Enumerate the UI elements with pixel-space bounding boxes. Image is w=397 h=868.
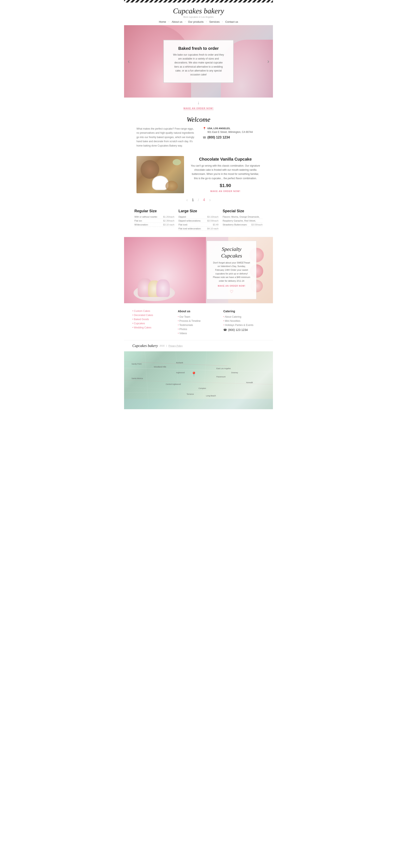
footer-wedding-cakes[interactable]: Wedding Cakes xyxy=(132,326,174,329)
product-order-link[interactable]: MAKE AN ORDER NOW! xyxy=(190,190,261,192)
specialty-section: SpecialtyCupcakes Don't forget about you… xyxy=(124,237,273,303)
nav-services[interactable]: Services xyxy=(208,20,221,23)
size-item: Dipped: $3.10/each xyxy=(178,215,218,219)
nav-products[interactable]: Our products xyxy=(186,20,205,23)
welcome-phone: (800) 123 1234 xyxy=(207,135,230,139)
footer-phone-number: (800) 123 1234 xyxy=(228,328,248,332)
footer-catering-title: Catering xyxy=(223,310,265,313)
main-nav: Home • About us • Our products • Service… xyxy=(124,20,273,23)
product-price: $1.90 xyxy=(190,183,261,188)
phone-icon: ☎ xyxy=(203,136,206,139)
map-label-santa-monica: Santa Monica xyxy=(131,377,143,379)
hero-description: We bake our cupcakes fresh to order and … xyxy=(172,53,225,77)
nav-about[interactable]: About us xyxy=(170,20,184,23)
address-street: 901 East E Street, Wilmington, CA 90744 xyxy=(207,130,253,134)
pagination-prev[interactable]: ‹ xyxy=(186,197,188,203)
footer-phone-icon: ☎ xyxy=(223,328,227,332)
size-item: Flavors: Mocha, Orange Dreamsicle, xyxy=(223,215,263,219)
footer-top: Custom Cakes Decorated Cakes Baked Goods… xyxy=(124,303,273,340)
map-label-central: Central Inglewood xyxy=(166,383,181,385)
map-label-paramount: Paramount xyxy=(216,376,225,378)
welcome-contact: 📍 USA, LOS ANGELES, 901 East E Street, W… xyxy=(203,127,261,148)
regular-size-title: Regular Size xyxy=(134,209,174,213)
pagination-total: 4 xyxy=(203,198,205,202)
footer-about-title: About us xyxy=(178,310,219,313)
welcome-title: Welcome xyxy=(136,116,261,123)
size-item: With or without rosette: $1.20/each xyxy=(134,215,174,219)
size-item: W/decoration: $3.10 each xyxy=(134,223,174,227)
footer-col-catering: Catering About Catering Mini Novelties H… xyxy=(223,310,265,336)
map-label-burbank: Burbank xyxy=(176,362,183,364)
footer-year: 2016 xyxy=(159,344,164,347)
map-label-norwalk: Norwalk xyxy=(246,381,253,383)
product-slide-section: Chocolate Vanilla Cupcake You can't go w… xyxy=(124,152,273,195)
hero-prev-arrow[interactable]: ‹ xyxy=(126,56,131,66)
footer-mini-novelties[interactable]: Mini Novelties xyxy=(223,319,265,322)
size-item: Flat iced: $3.49 xyxy=(178,223,218,227)
footer-separator: | xyxy=(166,344,167,347)
special-size-title: Special Size xyxy=(223,209,263,213)
special-size-col: Special Size Flavors: Mocha, Orange Drea… xyxy=(221,209,265,230)
map-pin: 📍 xyxy=(191,372,196,377)
specialty-order-link[interactable]: MAKE AN ORDER NOW! xyxy=(213,285,250,287)
regular-size-col: Regular Size With or without rosette: $1… xyxy=(132,209,176,230)
nav-dot-3: • xyxy=(206,21,207,23)
pagination-next[interactable]: › xyxy=(209,197,211,203)
hero-bottom-arrow: ↓ xyxy=(124,97,273,106)
footer-bottom: Cupcakes bakery 2016 | Privacy Policy xyxy=(124,340,273,351)
footer-holidays-events[interactable]: Holidays Parties & Events xyxy=(223,323,265,327)
size-item: Dipped w/decorations: $3.59/each xyxy=(178,219,218,223)
svg-rect-11 xyxy=(124,351,141,368)
map-label-north: Sandy Point xyxy=(131,363,142,365)
map-label-compton: Compton xyxy=(198,387,206,390)
svg-rect-10 xyxy=(124,399,273,409)
nav-home[interactable]: Home xyxy=(157,20,168,23)
size-item: Flat ice: $2.39/each xyxy=(134,219,174,223)
product-title: Chocolate Vanilla Cupcake xyxy=(190,157,261,162)
footer-our-team[interactable]: Our Team xyxy=(178,315,219,318)
nav-contact[interactable]: Contact us xyxy=(223,20,240,23)
footer-cupcakes[interactable]: Cupcakes xyxy=(132,322,174,325)
footer-custom-cakes[interactable]: Custom Cakes xyxy=(132,310,174,312)
footer-photos[interactable]: Photos xyxy=(178,328,219,331)
hero-section: ‹ Baked fresh to order We bake our cupca… xyxy=(124,25,273,97)
map-label-east-la: East Los Angeles xyxy=(216,368,231,370)
footer-process-timeline[interactable]: Process & Timeline xyxy=(178,319,219,322)
specialty-description: Don't forget about your SWEETheart on Va… xyxy=(213,261,250,283)
heart-icon: ♡ xyxy=(213,289,250,294)
site-header: Cupcakes bakery Best cupcakes in Los Ang… xyxy=(124,2,273,25)
location-icon: 📍 xyxy=(203,127,206,130)
make-order-hero[interactable]: MAKE AN ORDER NOW! xyxy=(124,106,273,114)
size-item: Strawberry Buttercream: $3.59/each xyxy=(223,223,263,227)
large-size-title: Large Size xyxy=(178,209,218,213)
footer-privacy-link[interactable]: Privacy Policy xyxy=(169,344,183,347)
hero-next-arrow[interactable]: › xyxy=(266,56,271,66)
nav-dot-2: • xyxy=(185,21,186,23)
map-label-woodland: Woodland Hills xyxy=(154,366,166,368)
footer-col-links: Custom Cakes Decorated Cakes Baked Goods… xyxy=(132,310,174,336)
site-subtitle: Best cupcakes in Los Angeles xyxy=(124,16,273,18)
map-label-downey: Downey xyxy=(231,372,238,374)
product-pagination: ‹ 1 / 4 › xyxy=(124,195,273,207)
svg-line-0 xyxy=(124,368,273,372)
map-label-inglewood: Inglewood xyxy=(176,372,185,374)
pagination-current: 1 xyxy=(192,198,194,202)
footer-baked-goods[interactable]: Baked Goods xyxy=(132,318,174,321)
site-title: Cupcakes bakery xyxy=(124,7,273,15)
specialty-title: SpecialtyCupcakes xyxy=(213,246,250,259)
footer-brand: Cupcakes bakery xyxy=(132,344,158,348)
welcome-section: Welcome What makes the perfect cupcake? … xyxy=(124,114,273,152)
size-item: Raspberry Ganache, Red Velvet, xyxy=(223,219,263,223)
hero-content-box: Baked fresh to order We bake our cupcake… xyxy=(163,40,234,83)
footer-about-catering[interactable]: About Catering xyxy=(223,315,265,318)
footer-videos[interactable]: Videos xyxy=(178,332,219,335)
large-size-col: Large Size Dipped: $3.10/each Dipped w/d… xyxy=(176,209,220,230)
map-svg xyxy=(124,351,273,409)
footer-decorated-cakes[interactable]: Decorated Cakes xyxy=(132,314,174,317)
product-info: Chocolate Vanilla Cupcake You can't go w… xyxy=(190,157,261,193)
footer-testimonials[interactable]: Testimonials xyxy=(178,323,219,327)
welcome-text: What makes the perfect cupcake? Free-ran… xyxy=(136,127,194,148)
map-section: 📍 Santa Monica Central Inglewood Inglewo… xyxy=(124,351,273,409)
size-item: Flat iced w/decoration: $4.10 each xyxy=(178,227,218,230)
hero-title: Baked fresh to order xyxy=(172,46,225,51)
